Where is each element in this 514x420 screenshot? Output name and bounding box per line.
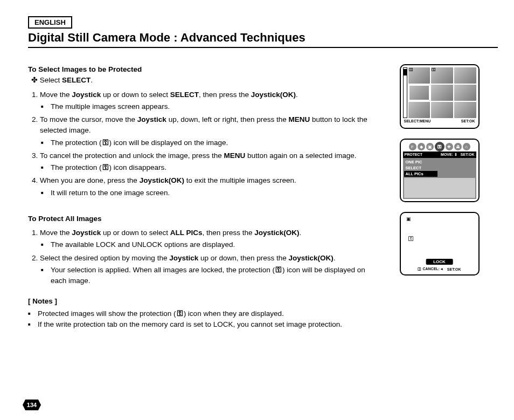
page-number: 134	[23, 400, 41, 410]
key-icon: ⚿	[408, 236, 414, 242]
thumb	[431, 102, 453, 118]
step-all-1-note: The available LOCK and UNLOCK options ar…	[51, 239, 373, 250]
step-all-2-note: Your selection is applied. When all imag…	[51, 265, 373, 287]
sub-instruction: Select SELECT.	[31, 75, 373, 86]
note-2: If the write protection tab on the memor…	[38, 319, 373, 330]
menu-empty	[404, 178, 475, 198]
protect-icon: ⚿	[435, 142, 444, 152]
illustration-column: ⚿ ⚿ SELECT:MENU SET:OK	[373, 59, 498, 332]
step-2: To move the cursor, move the Joystick up…	[40, 114, 373, 148]
menu-item: ONE PIC	[404, 159, 437, 165]
menu-icon: F	[409, 143, 416, 150]
step-2-note: The protection (⚿) icon will be displaye…	[51, 137, 373, 148]
menu-icon: ✚	[446, 143, 453, 150]
statusbar: ◫ CANCEL: ◂ SET:OK	[403, 265, 476, 272]
note-1: Protected images will show the protectio…	[38, 308, 373, 319]
notes-list: Protected images will show the protectio…	[28, 308, 373, 331]
scrollbar	[403, 67, 407, 118]
main-text-column: To Select Images to be Protected Select …	[28, 59, 373, 332]
step-1-note: The multiple images screen appears.	[51, 101, 373, 112]
key-icon: ⚿	[275, 265, 282, 274]
key-icon: ⚿	[102, 162, 109, 172]
lock-icon: ⚿	[431, 67, 436, 73]
language-badge: ENGLISH	[28, 16, 72, 29]
key-icon: ⚿	[177, 308, 183, 318]
icon-row: F ◆ ▣ ⚿ ✚ 🖶 ⌂	[403, 142, 476, 152]
lock-pill: LOCK	[426, 259, 453, 265]
thumbnail-grid-screen: ⚿ ⚿ SELECT:MENU SET:OK	[400, 64, 480, 129]
statusbar: SELECT:MENU SET:OK	[403, 118, 476, 126]
menu-item-selected: ALL PICs	[404, 171, 437, 177]
step-4-note: It will return to the one image screen.	[51, 188, 373, 198]
thumb	[454, 67, 476, 84]
lock-icon: ⚿	[408, 67, 414, 73]
section-heading-all: To Protect All Images	[28, 214, 373, 224]
step-1: Move the Joystick up or down to select S…	[40, 89, 373, 113]
page-title: Digital Still Camera Mode : Advanced Tec…	[28, 31, 498, 48]
step-all-2: Select the desired option by moving the …	[40, 253, 373, 287]
steps-list-2: Move the Joystick up or down to select A…	[28, 228, 373, 286]
menu-title: PROTECT	[405, 153, 422, 157]
thumb	[454, 85, 476, 101]
document-page: ENGLISH Digital Still Camera Mode : Adva…	[0, 0, 514, 420]
thumb	[454, 102, 476, 118]
steps-list-1: Move the Joystick up or down to select S…	[28, 89, 373, 198]
step-3-note: The protection (⚿) icon disappears.	[51, 162, 373, 173]
step-all-1: Move the Joystick up or down to select A…	[40, 228, 373, 251]
page-number-badge: 134	[23, 400, 41, 410]
status-right: SET:OK	[461, 119, 475, 126]
menu-icon: ▣	[426, 143, 434, 150]
menu-icon: ◆	[418, 143, 425, 150]
notes-heading: [ Notes ]	[28, 296, 373, 307]
menu-icon: 🖶	[454, 143, 462, 150]
protect-menu-screen: F ◆ ▣ ⚿ ✚ 🖶 ⌂ PROTECT MOVE: ⇕ SET:OK ONE…	[400, 139, 480, 202]
status-left: SELECT:MENU	[404, 119, 431, 126]
step-4: When you are done, press the Joystick(OK…	[40, 175, 373, 198]
menu-list: ONE PIC SELECT ALL PICs	[403, 158, 476, 199]
thumb-selected	[408, 85, 430, 101]
thumb: ⚿	[408, 67, 430, 84]
key-icon: ⚿	[102, 137, 109, 147]
thumb: ⚿	[431, 67, 453, 84]
menu-header: PROTECT MOVE: ⇕ SET:OK	[403, 152, 476, 158]
thumbnails: ⚿ ⚿	[408, 67, 476, 118]
menu-item: SELECT	[404, 165, 437, 171]
section-heading-select: To Select Images to be Protected	[28, 64, 373, 75]
thumb	[408, 102, 430, 118]
thumb	[431, 85, 453, 101]
menu-icon: ⌂	[463, 143, 470, 150]
step-3: To cancel the protection and unlock the …	[40, 150, 373, 174]
lock-confirm-screen: ▣ ⚿ LOCK ◫ CANCEL: ◂ SET:OK	[400, 212, 480, 276]
